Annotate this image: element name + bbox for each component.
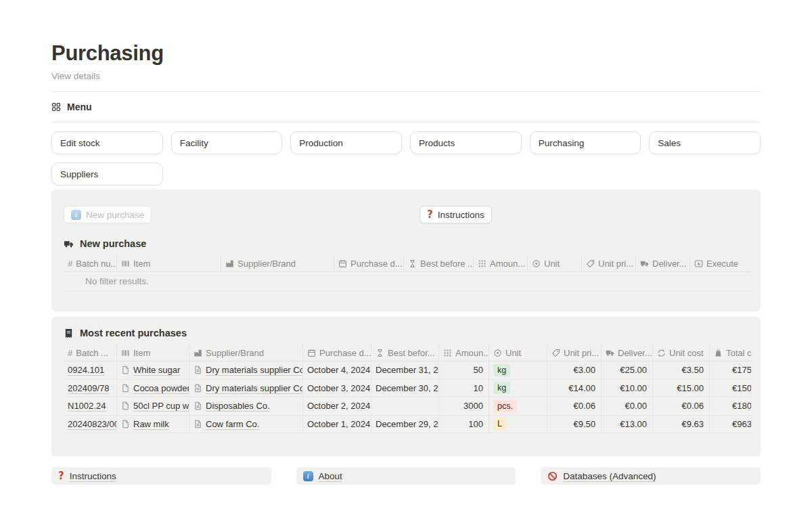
grid-icon [51,102,61,112]
column-header-total-cost[interactable]: Total c... [710,345,751,361]
grid-dots-icon [478,259,487,268]
calendar-icon [307,349,316,357]
cell-unit-cost[interactable]: €15.00 [653,380,710,398]
cell-supplier[interactable]: Disposables Co. [189,397,303,416]
cell-delivery[interactable]: €10.00 [602,380,653,398]
cell-supplier[interactable]: Cow farm Co. [189,416,303,434]
table-header-row: #Batch nu... Item Supplier/Brand Purchas… [64,255,751,272]
cell-batch[interactable]: 202409/78 [64,380,117,398]
column-header-batch[interactable]: #Batch ... [64,345,117,361]
footer-databases-link[interactable]: Databases (Advanced) [541,467,761,485]
cell-purchase-date[interactable]: October 3, 2024 [303,380,371,398]
column-header-unit-price[interactable]: Unit pri... [582,255,636,272]
weight-icon [714,349,723,357]
page-title: Purchasing [51,41,761,66]
column-header-execute[interactable]: Execute [690,255,751,272]
column-header-delivery[interactable]: Deliver... [636,255,690,272]
column-header-unit-price[interactable]: Unit pri... [547,345,602,361]
column-header-delivery[interactable]: Deliver... [602,345,653,361]
column-header-supplier[interactable]: Supplier/Brand [221,255,334,272]
column-header-best-before[interactable]: Best before ... [404,255,474,272]
hash-icon: # [68,259,72,269]
column-header-batch[interactable]: #Batch nu... [64,255,117,272]
cell-purchase-date[interactable]: October 2, 2024 [303,397,371,416]
cell-unit-price[interactable]: €14.00 [547,380,602,398]
column-header-supplier[interactable]: Supplier/Brand [189,345,303,361]
column-header-purchase-date[interactable]: Purchase d... [334,255,404,272]
hourglass-icon [376,349,384,357]
menu-item-suppliers[interactable]: Suppliers [51,162,163,185]
cell-amount[interactable]: 100 [439,416,489,434]
hash-icon: # [68,348,72,358]
column-header-best-before[interactable]: Best befor... [371,345,439,361]
tag-icon [586,259,595,268]
instructions-button[interactable]: ? Instructions [420,206,492,223]
cell-item[interactable]: Raw milk [117,416,189,434]
column-header-amount[interactable]: Amoun... [439,345,489,361]
column-header-item[interactable]: Item [117,255,221,272]
cell-item[interactable]: 50cl PP cup wi [117,397,189,416]
cell-unit-cost[interactable]: €3.50 [653,361,710,380]
menu-toggle[interactable]: Menu [51,92,761,122]
cell-delivery[interactable]: €13.00 [602,416,653,434]
cell-best-before[interactable]: December 30, 2024 [371,380,439,398]
cell-unit[interactable]: pcs. [489,397,547,416]
footer-about-link[interactable]: i About [296,467,516,485]
cell-unit-cost[interactable]: €9.63 [653,416,710,434]
cell-batch[interactable]: 0924.101 [64,361,117,380]
cell-delivery[interactable]: €0.00 [602,397,653,416]
truck-icon [640,259,649,268]
cell-batch[interactable]: 20240823/00 [64,416,117,434]
column-header-purchase-date[interactable]: Purchase d... [303,345,371,361]
cell-item[interactable]: Cocoa powder [117,380,189,398]
cell-purchase-date[interactable]: October 1, 2024 [303,416,371,434]
column-header-unit[interactable]: Unit [489,345,547,361]
cell-amount[interactable]: 50 [439,361,489,380]
column-header-unit-cost[interactable]: Unit cost [653,345,710,361]
column-header-amount[interactable]: Amoun... [474,255,528,272]
hourglass-icon [408,259,417,268]
cell-unit-cost[interactable]: €0.06 [653,397,710,416]
sync-icon [657,349,666,357]
cell-delivery[interactable]: €25.00 [602,361,653,380]
page-icon [121,401,130,410]
receipt-icon [64,328,74,338]
barcode-icon [121,349,130,357]
new-purchase-button[interactable]: i New purchase [64,206,152,223]
menu-item-products[interactable]: Products [410,131,522,154]
cell-unit-price[interactable]: €3.00 [547,361,602,380]
cell-total-cost[interactable]: €180.00 [710,397,751,416]
cell-item[interactable]: White sugar [117,361,189,380]
view-details-toggle[interactable]: View details [51,71,761,81]
cell-unit-price[interactable]: €9.50 [547,416,602,434]
menu-item-facility[interactable]: Facility [171,131,283,154]
cell-unit[interactable]: L [489,416,547,434]
cell-unit[interactable]: kg [489,380,547,398]
cell-total-cost[interactable]: €963.00 [710,416,751,434]
cell-amount[interactable]: 10 [439,380,489,398]
cell-total-cost[interactable]: €150.00 [710,380,751,398]
menu-item-purchasing[interactable]: Purchasing [530,131,641,154]
column-header-unit[interactable]: Unit [528,255,582,272]
menu-buttons: Edit stock Facility Production Products … [51,131,761,185]
cell-supplier[interactable]: Dry materials supplier Co. [189,380,303,398]
cell-amount[interactable]: 3000 [439,397,489,416]
footer-instructions-link[interactable]: ? Instructions [51,467,271,485]
menu-item-edit-stock[interactable]: Edit stock [51,131,163,154]
cell-unit-price[interactable]: €0.06 [547,397,602,416]
grid-dots-icon [443,349,452,357]
calendar-icon [338,259,347,268]
cell-best-before[interactable] [371,397,439,416]
menu-item-sales[interactable]: Sales [649,131,761,154]
unit-tag: kg [493,382,510,394]
cell-best-before[interactable]: December 29, 2024 [371,416,439,434]
cell-unit[interactable]: kg [489,361,547,380]
cell-total-cost[interactable]: €175.00 [710,361,751,380]
cell-purchase-date[interactable]: October 4, 2024 [303,361,371,380]
cell-supplier[interactable]: Dry materials supplier Co. [189,361,303,380]
table-row: 20240823/00 Raw milk Cow farm Co. Octobe… [64,416,751,434]
cell-batch[interactable]: N1002.24 [64,397,117,416]
cell-best-before[interactable]: December 31, 2024 [371,361,439,380]
column-header-item[interactable]: Item [117,345,189,361]
menu-item-production[interactable]: Production [290,131,402,154]
